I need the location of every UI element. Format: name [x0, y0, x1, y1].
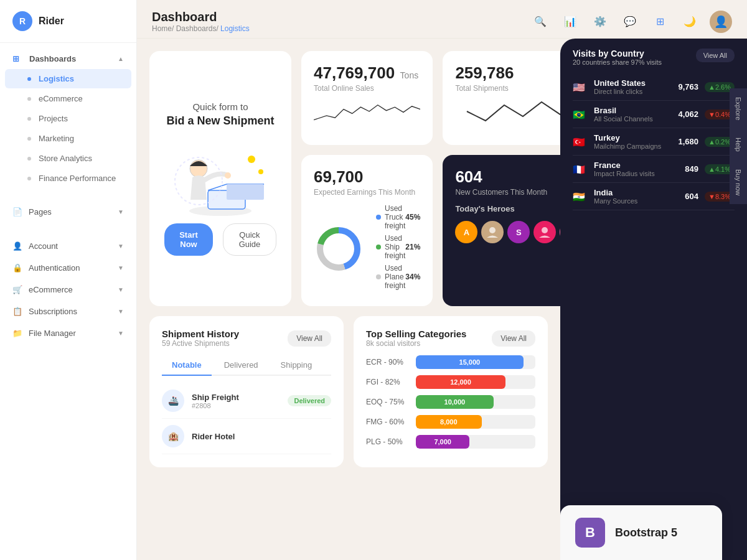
- buy-now-button[interactable]: Buy now: [730, 161, 747, 204]
- donut-container: Used Truck freight 45% Used Ship freight…: [314, 204, 420, 294]
- ecommerce-chevron: ▼: [118, 286, 124, 293]
- total-sales-value: 47,769,700: [314, 63, 395, 82]
- shipment-name-2: Rider Hotel: [192, 432, 331, 441]
- start-now-button[interactable]: Start Now: [164, 223, 213, 256]
- sidebar-item-authentication[interactable]: 🔒 Authentication ▼: [0, 257, 136, 279]
- sidebar-item-filemanager[interactable]: 📁 File Manager ▼: [0, 322, 136, 344]
- filemanager-icon: 📁: [12, 329, 22, 338]
- top-selling-view-all[interactable]: View All: [492, 330, 535, 347]
- tab-shipping[interactable]: Shipping: [271, 355, 322, 376]
- tab-delivered[interactable]: Delivered: [214, 355, 268, 376]
- bar-item-eoq: EOQ - 75% 10,000: [366, 395, 535, 409]
- sidebar-item-ecommerce-top[interactable]: 🛒 eCommerce ▼: [0, 279, 136, 301]
- total-sales-label: Total Online Sales: [314, 84, 420, 93]
- total-sales-unit: Tons: [400, 70, 419, 80]
- item-dot: [27, 177, 31, 180]
- sidebar: R Rider ⊞ Dashboards ▲ Logistics eCommer…: [0, 0, 137, 560]
- dashboards-icon: ⊞: [12, 54, 19, 63]
- heroes-title: Today's Heroes: [455, 204, 560, 213]
- dashboards-group[interactable]: ⊞ Dashboards ▲: [0, 49, 136, 68]
- chat-icon[interactable]: 💬: [620, 12, 640, 32]
- svg-point-16: [542, 227, 548, 233]
- search-icon[interactable]: 🔍: [530, 12, 550, 32]
- hero-avatar-3: S: [507, 221, 530, 243]
- visits-subtitle: 20 countries share 97% visits: [573, 58, 662, 66]
- header-right: 🔍 📊 ⚙️ 💬 ⊞ 🌙 👤: [530, 11, 732, 33]
- subscriptions-chevron: ▼: [118, 308, 124, 315]
- total-sales-card: 47,769,700 Tons Total Online Sales: [301, 51, 433, 145]
- right-panel: Explore Help Buy now Visits by Country 2…: [560, 39, 747, 560]
- bar-item-plg: PLG - 50% 7,000: [366, 435, 535, 449]
- hero-avatar-2: [481, 221, 504, 243]
- app-name: Rider: [39, 16, 64, 27]
- hero-avatar-1: A: [455, 221, 477, 243]
- item-dot: [27, 97, 31, 101]
- shipment-id-1: #2808: [192, 402, 280, 409]
- sidebar-item-pages[interactable]: 📄 Pages ▼: [0, 201, 136, 223]
- bootstrap-overlay: B Bootstrap 5: [560, 505, 722, 560]
- sidebar-item-subscriptions[interactable]: 📋 Subscriptions ▼: [0, 301, 136, 322]
- help-button[interactable]: Help: [730, 129, 747, 161]
- sidebar-logo[interactable]: R Rider: [0, 0, 136, 43]
- flag-turkey: 🇹🇷: [573, 136, 588, 147]
- donut-chart: [314, 224, 364, 274]
- sidebar-item-ecommerce[interactable]: eCommerce: [5, 89, 131, 108]
- shipment-view-all[interactable]: View All: [288, 330, 331, 347]
- float-buttons: Explore Help Buy now: [730, 88, 747, 204]
- settings-icon[interactable]: ⚙️: [590, 12, 610, 32]
- customers-card: 604 New Customers This Month Today's Her…: [443, 155, 560, 306]
- quick-guide-button[interactable]: Quick Guide: [223, 223, 276, 256]
- auth-icon: 🔒: [12, 263, 22, 273]
- sidebar-item-account[interactable]: 👤 Account ▼: [0, 235, 136, 257]
- shipment-subtitle: 59 Active Shipments: [162, 339, 239, 348]
- center-panel: Quick form to Bid a New Shipment: [137, 39, 560, 560]
- active-dot: [27, 77, 31, 81]
- heroes-avatars: A S P +2: [455, 221, 560, 243]
- shipment-header: Shipment History 59 Active Shipments Vie…: [162, 329, 331, 348]
- content-area: Quick form to Bid a New Shipment: [137, 39, 747, 560]
- subscriptions-icon: 📋: [12, 307, 22, 316]
- shipment-badge-1: Delivered: [288, 395, 331, 406]
- svg-point-9: [258, 169, 263, 174]
- shipment-name-1: Ship Freight: [192, 393, 280, 402]
- total-shipments-card: 259,786 Total Shipments: [443, 51, 560, 145]
- tab-notable[interactable]: Notable: [162, 355, 212, 376]
- item-dot: [27, 157, 31, 161]
- theme-toggle[interactable]: 🌙: [680, 12, 700, 32]
- visits-title: Visits by Country: [573, 49, 662, 58]
- chart-icon[interactable]: 📊: [560, 12, 580, 32]
- shipments-chart: [455, 93, 560, 130]
- hotel-icon: 🏨: [162, 425, 184, 447]
- visits-view-all[interactable]: View All: [696, 49, 735, 62]
- country-india: 🇮🇳 India Many Sources 604 ▼8.3%: [573, 183, 735, 210]
- sidebar-item-finance[interactable]: Finance Performance: [5, 169, 131, 188]
- quick-form-subtitle: Bid a New Shipment: [166, 114, 274, 128]
- grid-icon[interactable]: ⊞: [650, 12, 670, 32]
- legend-ship: Used Ship freight 21%: [376, 234, 420, 260]
- dashboards-chevron: ▲: [118, 55, 124, 62]
- flag-india: 🇮🇳: [573, 191, 588, 202]
- explore-button[interactable]: Explore: [730, 88, 747, 129]
- flag-us: 🇺🇸: [573, 82, 588, 93]
- sidebar-item-marketing[interactable]: Marketing: [5, 129, 131, 148]
- shipment-title: Shipment History: [162, 329, 239, 339]
- bootstrap-text: Bootstrap 5: [615, 526, 677, 539]
- legend-plane: Used Plane freight 34%: [376, 264, 420, 290]
- illustration-svg: [164, 138, 276, 218]
- shipment-item-2: 🏨 Rider Hotel: [162, 419, 331, 454]
- top-selling-header: Top Selling Categories 8k social visitor…: [366, 329, 535, 348]
- breadcrumb: Home/ Dashboards/ Logistics: [152, 24, 250, 33]
- flag-france: 🇫🇷: [573, 164, 588, 175]
- sidebar-item-store-analytics[interactable]: Store Analytics: [5, 149, 131, 168]
- country-us: 🇺🇸 United States Direct link clicks 9,76…: [573, 73, 735, 101]
- user-avatar[interactable]: 👤: [710, 11, 732, 33]
- earnings-card: 69,700 Expected Earnings This Month: [301, 155, 433, 306]
- shipment-history-card: Shipment History 59 Active Shipments Vie…: [149, 316, 344, 467]
- country-turkey: 🇹🇷 Turkey Mailchimp Campaigns 1,680 ▲0.2…: [573, 128, 735, 156]
- header-left: Dashboard Home/ Dashboards/ Logistics: [152, 10, 250, 33]
- sidebar-item-logistics[interactable]: Logistics: [5, 69, 131, 88]
- earnings-value: 69,700: [314, 167, 364, 186]
- total-shipments-value: 259,786: [455, 63, 514, 82]
- shipment-item-1: 🚢 Ship Freight #2808 Delivered: [162, 383, 331, 419]
- sidebar-item-projects[interactable]: Projects: [5, 109, 131, 128]
